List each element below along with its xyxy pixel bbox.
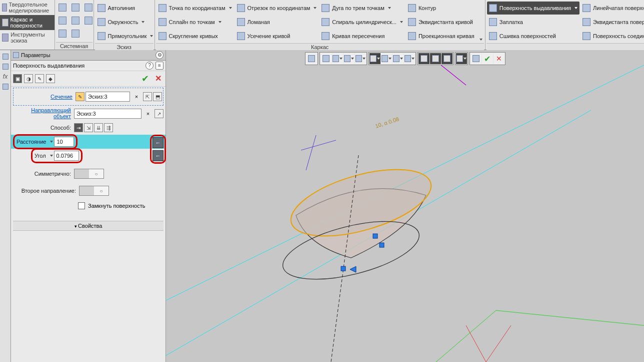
vtb-box1[interactable]	[370, 53, 380, 64]
panel-header: Параметры ⚙	[11, 50, 166, 61]
distance-dd[interactable]	[50, 141, 53, 143]
section-group: Сечение ✎ Эскиз:3 × ⇱ ⬒	[13, 88, 164, 106]
cmd-helix[interactable]: Спираль цилиндрическ...	[320, 16, 405, 29]
vtb-layers[interactable]	[392, 53, 404, 64]
clear-section[interactable]: ×	[131, 91, 142, 102]
tab-solid[interactable]: Твердотельное моделирование	[0, 0, 54, 15]
save-button[interactable]	[82, 2, 94, 14]
method-4[interactable]: ⇶	[104, 123, 113, 132]
edit-section-icon[interactable]: ✎	[76, 92, 84, 101]
vtb-plane[interactable]	[320, 53, 332, 64]
method-2[interactable]: ⇲	[84, 123, 93, 132]
section-opt2[interactable]: ⬒	[153, 92, 162, 101]
angle-dd[interactable]	[50, 155, 53, 157]
mode-icon-1[interactable]: ▣	[13, 74, 22, 83]
symmetric-toggle[interactable]: ○	[74, 169, 104, 179]
proj-icon	[408, 32, 416, 40]
vtb-edit[interactable]	[470, 53, 482, 64]
undo-button[interactable]	[56, 28, 68, 40]
vtb-close[interactable]: ✕	[494, 53, 504, 64]
redo-button[interactable]	[70, 28, 82, 40]
dir2-toggle[interactable]: ○	[79, 186, 109, 196]
tab-sketch-tools[interactable]: Инструменты эскиза	[0, 30, 54, 45]
tab-wireframe[interactable]: Каркас и поверхности	[0, 15, 54, 30]
section-label[interactable]: Сечение	[14, 94, 74, 100]
cmd-join[interactable]: Поверхность соединения	[580, 30, 644, 43]
section-opt1[interactable]: ⇱	[143, 92, 152, 101]
cmd-contour[interactable]: Контур	[406, 2, 476, 15]
vtb-orient[interactable]	[355, 53, 366, 64]
cmd-equidist-s[interactable]: Эквидистанта поверхности	[580, 16, 644, 29]
method-3[interactable]: ⇊	[94, 123, 103, 132]
fillet-icon	[158, 32, 166, 40]
mode-icon-2[interactable]: ◑	[24, 74, 33, 83]
cmd-patch[interactable]: Заплатка	[487, 16, 580, 29]
vtb-d3[interactable]	[442, 53, 452, 64]
viewport[interactable]: ✔ ✕ 10, α 0.08	[166, 50, 644, 362]
properties-collapse[interactable]: ▾ Свойства	[13, 221, 164, 231]
pin-icon[interactable]	[13, 52, 19, 58]
close-surf-checkbox[interactable]	[78, 202, 85, 209]
vtb-ok[interactable]: ✔	[482, 53, 493, 64]
vtb-zoom[interactable]	[332, 53, 343, 64]
print-button[interactable]	[56, 15, 68, 27]
cmd-polyline[interactable]: Ломаная	[235, 16, 319, 29]
cmd-extrude-surface[interactable]: Поверхность выдавливания	[487, 2, 580, 15]
angle-back-arrow[interactable]: ←	[152, 150, 164, 161]
new-button[interactable]	[56, 2, 68, 14]
cmd-trim-curve[interactable]: Усечение кривой	[235, 30, 319, 43]
cmd-arc3[interactable]: Дуга по трем точкам	[320, 2, 405, 15]
vtb-fit[interactable]	[344, 53, 354, 64]
ribbon-surfaces-label: Поверхности	[486, 43, 644, 51]
method-1[interactable]: ⇥	[74, 123, 83, 132]
tab-sketch-label: Инструменты эскиза	[10, 32, 52, 44]
apply-button[interactable]: ✔	[140, 73, 150, 84]
rail-btn-fx[interactable]: fx	[1, 72, 10, 81]
cmd-ruled[interactable]: Линейчатая поверхность	[580, 2, 644, 15]
vtb-select[interactable]	[306, 53, 317, 64]
cmd-spline-pts[interactable]: Сплайн по точкам	[156, 16, 234, 29]
section-value[interactable]: Эскиз:3	[86, 92, 130, 102]
cmd-equidist-c[interactable]: Эквидистанта кривой	[406, 16, 476, 29]
guide-label[interactable]: Направляющий объект	[13, 108, 73, 119]
help-icon[interactable]: ?	[146, 62, 154, 70]
rail-btn-1[interactable]	[1, 52, 10, 61]
mode-icon-3[interactable]: ✎	[35, 74, 44, 83]
cmd-proj-curve[interactable]: Проекционная кривая	[406, 30, 476, 43]
svg-line-4	[496, 310, 644, 325]
clear-guide[interactable]: ×	[142, 108, 154, 119]
cmd-rect[interactable]: Прямоугольник	[96, 30, 156, 43]
vtb-filter[interactable]	[456, 53, 467, 64]
rail-btn-4[interactable]	[1, 82, 10, 91]
distance-back-arrow[interactable]: ←	[152, 137, 164, 148]
vtb-d2[interactable]	[430, 53, 441, 64]
cmd-segment[interactable]: Отрезок по координатам	[235, 2, 319, 15]
cmd-point[interactable]: Точка по координатам	[156, 2, 234, 15]
frame-expand[interactable]	[478, 2, 484, 43]
mode-icon-4[interactable]: ◆	[46, 74, 55, 83]
ribbon-sketch: Автолиния Окружность Прямоугольник Эскиз	[94, 0, 155, 50]
save-all-button[interactable]	[82, 15, 94, 27]
copy-button[interactable]	[70, 15, 82, 27]
cmd-stitch[interactable]: Сшивка поверхностей	[487, 30, 580, 43]
equidist-s-icon	[582, 18, 590, 26]
vtb-box2[interactable]	[381, 53, 392, 64]
distance-input[interactable]: 10	[54, 137, 74, 147]
cmd-circle[interactable]: Окружность	[96, 16, 156, 29]
gear-icon[interactable]: ⚙	[156, 51, 164, 59]
cmd-autoline[interactable]: Автолиния	[96, 2, 156, 15]
svg-line-2	[441, 65, 466, 85]
vtb-d1[interactable]	[418, 53, 430, 64]
guide-pick[interactable]: ↗	[154, 109, 164, 118]
guide-value[interactable]: Эскиз:3	[74, 109, 142, 119]
cmd-fillet[interactable]: Скругление кривых	[156, 30, 234, 43]
vtb-eye[interactable]	[404, 53, 415, 64]
cmd-intersect[interactable]: Кривая пересечения	[320, 30, 405, 43]
cancel-button[interactable]: ✕	[152, 73, 164, 84]
open-button[interactable]	[70, 2, 82, 14]
angle-input[interactable]: 0.0796	[54, 151, 79, 161]
menu-icon[interactable]: ≡	[156, 62, 164, 70]
rail-icon	[2, 84, 8, 90]
rail-btn-2[interactable]	[1, 62, 10, 71]
ruled-icon	[582, 4, 590, 12]
